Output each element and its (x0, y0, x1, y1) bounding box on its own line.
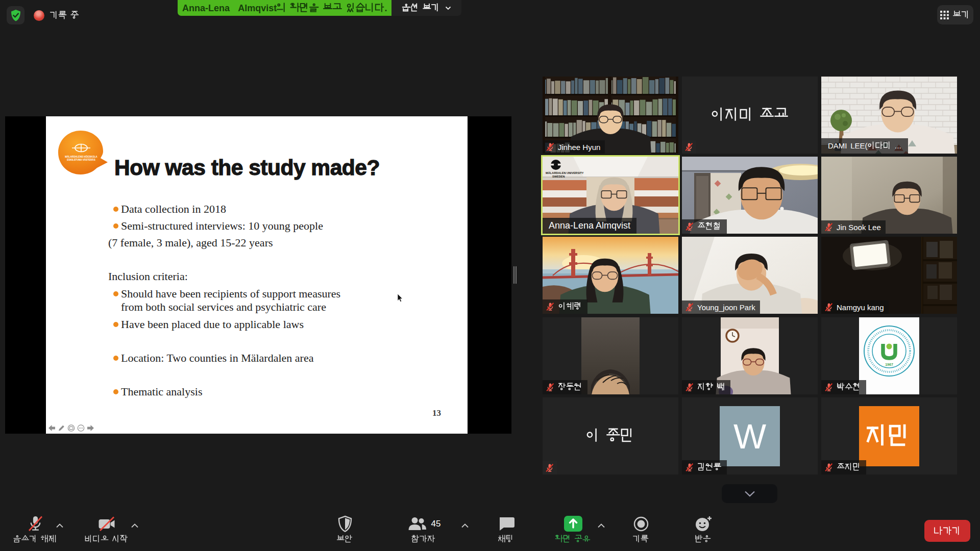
participant-name-label (821, 380, 866, 394)
participant-tile[interactable]: 1967 (821, 317, 957, 394)
participant-tile[interactable]: W (682, 397, 818, 474)
muted-mic-icon (546, 302, 555, 311)
muted-mic-icon (26, 515, 44, 533)
participant-name (697, 221, 722, 232)
participant-name: DAMILEE(... (827, 141, 902, 151)
participant-tile[interactable]: DAMILEE(... (821, 77, 957, 154)
record-icon (632, 515, 650, 533)
leave-button-label (934, 525, 962, 537)
participant-name-label (682, 460, 727, 474)
toolbar-video-menu-chevron[interactable] (131, 521, 139, 530)
participant-tile[interactable]: Namgyu kang (821, 237, 957, 314)
slide-panel-icon[interactable] (67, 424, 75, 432)
toolbar-participants-button[interactable]: 45 (407, 515, 441, 544)
participant-name-label: Anna-Lena Almqvist (543, 218, 636, 234)
chevron-up-icon[interactable] (131, 523, 139, 528)
participant-name: Jinhee Hyun (558, 143, 600, 152)
green-shield-check-icon (10, 9, 22, 22)
toolbar-mute-button[interactable] (13, 515, 58, 544)
participant-tile[interactable] (682, 157, 818, 234)
participant-tile[interactable] (682, 77, 818, 154)
toolbar-mute-menu-chevron[interactable] (56, 521, 64, 530)
participant-count: 45 (431, 519, 441, 529)
muted-mic-icon (685, 222, 694, 231)
participant-tile[interactable]: Jinhee Hyun (543, 77, 678, 154)
participant-name (697, 462, 722, 472)
muted-mic-icon (824, 222, 834, 232)
chevron-up-icon[interactable] (56, 523, 64, 528)
participant-name-label: Namgyu kang (821, 300, 889, 314)
participant-display-name (543, 397, 678, 474)
back-arrow-icon[interactable] (48, 424, 56, 432)
muted-mic-icon (685, 383, 694, 392)
svg-text:ESKILSTUNA VÄSTERÅS: ESKILSTUNA VÄSTERÅS (67, 158, 95, 161)
participant-tile[interactable]: Jin Sook Lee (821, 157, 957, 234)
toolbar-video-label (85, 534, 129, 544)
muted-camera-icon (96, 515, 117, 533)
forward-arrow-icon[interactable] (87, 424, 94, 432)
participant-name (558, 302, 583, 312)
participant-name: Anna-Lena Almqvist (549, 220, 630, 231)
gallery-more-button[interactable] (722, 484, 777, 503)
chevron-down-icon (445, 6, 451, 10)
muted-mic-icon (685, 463, 694, 472)
slide-text-line: Should have been recipients of support m… (121, 287, 340, 300)
participant-name: Young_joon Park (697, 303, 755, 312)
participant-tile[interactable] (543, 317, 678, 394)
participant-name-label (543, 299, 587, 314)
meeting-info-shield-button[interactable] (7, 6, 24, 24)
toolbar-share-menu-chevron[interactable] (598, 521, 605, 530)
toolbar-chat-button[interactable] (497, 515, 516, 544)
toolbar-security-button[interactable] (336, 515, 354, 544)
participant-tile[interactable] (682, 317, 818, 394)
avatar (859, 406, 919, 466)
toolbar-security-label (336, 534, 354, 544)
muted-mic-icon (685, 303, 694, 312)
muted-mic-icon (824, 303, 834, 312)
toolbar-record-button[interactable] (632, 515, 650, 544)
shared-screen-region: MÄLARDALENS HÖGSKOLA ESKILSTUNA VÄSTERÅS… (5, 116, 511, 434)
toolbar-share-button[interactable] (555, 515, 592, 544)
chevron-up-icon[interactable] (461, 523, 469, 528)
participant-tile[interactable]: MÄLARDALEN UNIVERSITYSWEDENAnna-Lena Alm… (543, 157, 678, 234)
chat-bubble-icon (497, 515, 516, 533)
slide-text-line: Data collection in 2018 (121, 203, 226, 216)
bullet-dot (113, 356, 118, 361)
svg-text:LEE(: LEE( (850, 141, 867, 150)
participants-icon (407, 515, 428, 533)
participant-tile[interactable]: Young_joon Park (682, 237, 818, 314)
share-banner-text: Anna-LenaAlmqvist. (178, 0, 391, 16)
bullet-dot (113, 389, 118, 394)
svg-text:Anna-Lena: Anna-Lena (182, 3, 230, 13)
svg-text:MÄLARDALEN UNIVERSITY: MÄLARDALEN UNIVERSITY (546, 171, 584, 174)
svg-text:1967: 1967 (885, 363, 893, 366)
more-options-icon[interactable] (77, 424, 85, 432)
chevron-up-icon[interactable] (598, 523, 605, 528)
slide-text-line: Have been placed due to applicable laws (121, 318, 304, 331)
toolbar-participants-menu-chevron[interactable] (461, 521, 469, 530)
toolbar-reactions-label (695, 534, 712, 544)
view-options-button[interactable] (391, 0, 461, 16)
participant-name-label: Jinhee Hyun (543, 140, 605, 154)
view-button[interactable] (937, 5, 973, 24)
toolbar-video-button[interactable] (85, 515, 129, 544)
leave-button[interactable] (924, 520, 970, 542)
participant-tile[interactable] (543, 397, 678, 474)
view-options-label (402, 3, 440, 13)
shield-icon (337, 515, 353, 533)
panel-resize-handle[interactable] (513, 266, 517, 284)
participant-tile[interactable] (543, 237, 678, 314)
mouse-cursor (397, 294, 403, 303)
pen-icon[interactable] (58, 424, 65, 432)
participant-name-label: Young_joon Park (682, 300, 760, 314)
recording-label (50, 10, 80, 21)
mute-status (543, 461, 557, 474)
avatar: W (720, 406, 780, 466)
participant-tile[interactable] (821, 397, 957, 474)
bullet-dot (113, 291, 118, 296)
muted-mic-icon (684, 142, 694, 152)
toolbar-reactions-button[interactable] (694, 515, 713, 544)
slideshow-controls (48, 424, 94, 432)
svg-text:.: . (384, 3, 387, 13)
toolbar-chat-label (498, 534, 515, 544)
